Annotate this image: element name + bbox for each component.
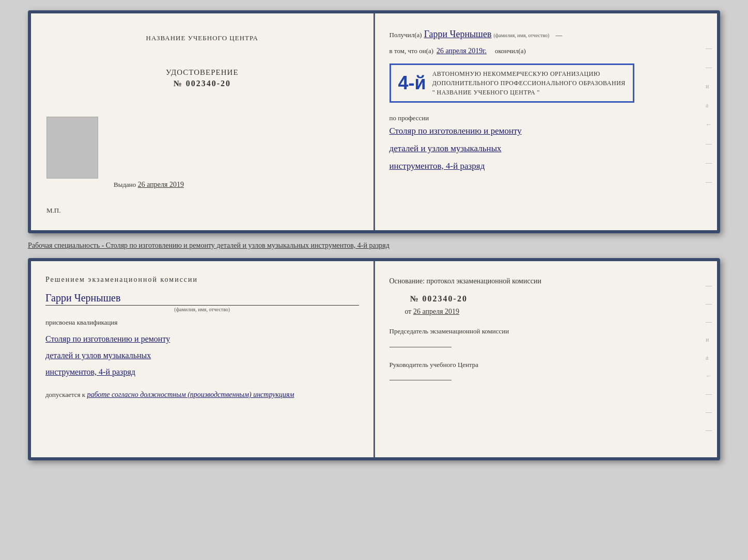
- right-side-dashes: — — — и а ← — — —: [706, 282, 712, 434]
- protocol-number: № 002340-20: [410, 294, 703, 303]
- top-center-title: НАЗВАНИЕ УЧЕБНОГО ЦЕНТРА: [45, 34, 359, 42]
- rukovoditel-block: Руководитель учебного Центра: [389, 360, 703, 381]
- rukovoditel-label: Руководитель учебного Центра: [389, 361, 479, 369]
- dopuskaetsya-block: допускается к работе согласно должностны…: [45, 391, 359, 399]
- side-dashes-top: — — и а ← — — —: [706, 44, 712, 186]
- top-right-page: Получил(а) Гарри Чернышев (фамилия, имя,…: [375, 13, 718, 230]
- bottom-right-page: Основание: протокол экзаменационной коми…: [375, 261, 718, 457]
- ot-date-value: 26 апреля 2019: [413, 308, 459, 315]
- bottom-book-cover: Решением экзаменационной комиссии Гарри …: [28, 258, 720, 460]
- poluchil-line: Получил(а) Гарри Чернышев (фамилия, имя,…: [389, 29, 703, 40]
- udostoverenie-block: УДОСТОВЕРЕНИЕ № 002340-20: [45, 68, 359, 88]
- udostoverenie-number: № 002340-20: [45, 79, 359, 88]
- resheniem-title: Решением экзаменационной комиссии: [45, 276, 359, 284]
- qualification-line3: инструментов, 4-й разряд: [45, 364, 359, 380]
- vtom-date: 26 апреля 2019г.: [437, 47, 487, 55]
- top-document: НАЗВАНИЕ УЧЕБНОГО ЦЕНТРА УДОСТОВЕРЕНИЕ №…: [28, 10, 720, 233]
- stamp-org-text: АВТОНОМНУЮ НЕКОММЕРЧЕСКУЮ ОРГАНИЗАЦИЮ ДО…: [432, 69, 626, 97]
- stamp-number: 4-й: [398, 72, 426, 94]
- okonchil-label: окончил(а): [495, 47, 526, 55]
- dopuskaetsya-label: допускается к: [45, 391, 85, 398]
- top-book-cover: НАЗВАНИЕ УЧЕБНОГО ЦЕНТРА УДОСТОВЕРЕНИЕ №…: [28, 10, 720, 233]
- po-professii-label: по профессии: [389, 114, 703, 122]
- prisvoena-label: присвоена квалификация: [45, 318, 359, 327]
- vydano-block: Выдано 26 апреля 2019: [114, 181, 184, 189]
- chairman-label: Председатель экзаменационной комиссии: [389, 327, 509, 335]
- mp-label: М.П.: [46, 206, 60, 215]
- profession-block-top: Столяр по изготовлению и ремонту деталей…: [389, 122, 703, 175]
- stamp-line2: ДОПОЛНИТЕЛЬНОГО ПРОФЕССИОНАЛЬНОГО ОБРАЗО…: [432, 78, 626, 88]
- udostoverenie-title: УДОСТОВЕРЕНИЕ: [45, 68, 359, 77]
- profession-line3-top: инструментов, 4-й разряд: [389, 157, 703, 175]
- bottom-left-page: Решением экзаменационной комиссии Гарри …: [31, 261, 375, 457]
- bottom-recipient-name: Гарри Чернышев: [45, 292, 359, 306]
- stamp-container: 4-й АВТОНОМНУЮ НЕКОММЕРЧЕСКУЮ ОРГАНИЗАЦИ…: [389, 59, 703, 107]
- vydano-date: 26 апреля 2019: [138, 181, 184, 188]
- bottom-fio-label: (фамилия, имя, отчество): [45, 307, 359, 312]
- poluchil-label: Получил(а): [389, 31, 422, 39]
- photo-placeholder: [46, 117, 98, 179]
- profession-line1-top: Столяр по изготовлению и ремонту: [389, 122, 703, 140]
- recipient-name: Гарри Чернышев: [424, 29, 492, 40]
- stamp-block: 4-й АВТОНОМНУЮ НЕКОММЕРЧЕСКУЮ ОРГАНИЗАЦИ…: [389, 63, 634, 103]
- osnovanie-block: Основание: протокол экзаменационной коми…: [389, 276, 703, 287]
- fio-label-top: (фамилия, имя, отчество): [493, 33, 549, 38]
- dash-poluchil: —: [555, 31, 562, 39]
- profession-line2-top: деталей и узлов музыкальных: [389, 140, 703, 157]
- ot-label: от: [405, 308, 412, 315]
- vtom-line: в том, что он(а) 26 апреля 2019г. окончи…: [389, 47, 703, 55]
- qualification-line2: деталей и узлов музыкальных: [45, 347, 359, 364]
- chairman-signature-line: [389, 347, 451, 347]
- vydano-label: Выдано: [114, 181, 136, 188]
- qualification-block: Столяр по изготовлению и ремонту деталей…: [45, 331, 359, 380]
- osnovanie-label: Основание: протокол экзаменационной коми…: [389, 277, 541, 285]
- qualification-line1: Столяр по изготовлению и ремонту: [45, 331, 359, 347]
- vtom-label: в том, что он(а): [389, 47, 434, 55]
- stamp-line3: " НАЗВАНИЕ УЧЕБНОГО ЦЕНТРА ": [432, 88, 626, 97]
- top-left-page: НАЗВАНИЕ УЧЕБНОГО ЦЕНТРА УДОСТОВЕРЕНИЕ №…: [31, 13, 375, 230]
- bottom-name-line: Гарри Чернышев (фамилия, имя, отчество): [45, 292, 359, 312]
- stamp-line1: АВТОНОМНУЮ НЕКОММЕРЧЕСКУЮ ОРГАНИЗАЦИЮ: [432, 69, 626, 78]
- bottom-name-block: Гарри Чернышев (фамилия, имя, отчество): [45, 292, 359, 312]
- dopusk-text: работе согласно должностным (производств…: [87, 391, 294, 398]
- working-specialty-label: Рабочая специальность - Столяр по изгото…: [28, 239, 720, 252]
- chairman-block: Председатель экзаменационной комиссии: [389, 326, 703, 347]
- rukovoditel-signature-line: [389, 380, 451, 380]
- bottom-document: Решением экзаменационной комиссии Гарри …: [28, 258, 720, 460]
- ot-date-block: от 26 апреля 2019: [405, 308, 703, 316]
